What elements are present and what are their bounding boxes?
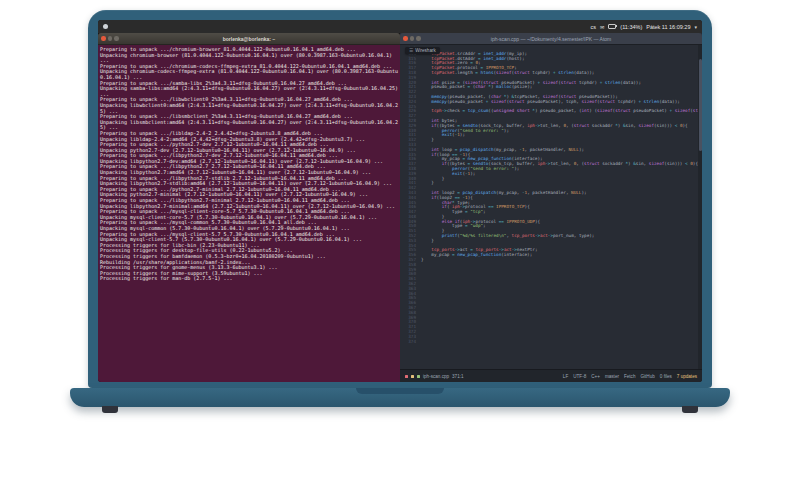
editor-area: ☰ Wireshark 3133143153163173183193203213…	[400, 45, 702, 369]
terminal-output[interactable]: Preparing to unpack .../chromium-browser…	[98, 45, 400, 382]
atom-window-controls	[403, 36, 421, 41]
code-line: tcph->check = tcp_csum((unsigned short *…	[421, 109, 698, 114]
laptop-notch	[356, 388, 444, 394]
atom-titlebar[interactable]: iph-scan.cpp — ~/Dokumenty/4.semester/IP…	[400, 33, 702, 45]
atom-statusbar: iph-scan.cpp 371:1 LFUTF-8C++masterFetch…	[400, 369, 702, 382]
code-line	[421, 340, 698, 345]
messages-icon[interactable]: ✉	[600, 24, 604, 30]
battery-percentage[interactable]: (11:34%)	[620, 24, 642, 30]
statusbar-item[interactable]: C++	[591, 374, 600, 379]
ok-indicator-icon[interactable]	[417, 375, 420, 378]
laptop-foot-left	[102, 406, 118, 413]
code-line: memcpy(pseudo_packet + sizeof(struct pse…	[421, 100, 698, 105]
maximize-button[interactable]	[114, 36, 119, 41]
editor-gutter: 3133143153163173183193203213223233243253…	[400, 45, 419, 369]
laptop-mockup: cs ✉ (11:34%) Pátek 11 16:09:29 ▾ borlen…	[0, 0, 800, 477]
minimize-button[interactable]	[410, 36, 415, 41]
statusbar-item[interactable]: UTF-8	[573, 374, 586, 379]
desktop-screen: cs ✉ (11:34%) Pátek 11 16:09:29 ▾ borlen…	[98, 20, 702, 382]
terminal-line: Processing triggers for man-db (2.7.5-1)…	[100, 276, 398, 282]
statusbar-item[interactable]: 7 updates	[677, 374, 697, 379]
statusbar-item[interactable]: Fetch	[624, 374, 636, 379]
keyboard-layout-indicator[interactable]: cs	[591, 24, 597, 30]
session-menu-icon[interactable]: ▾	[694, 24, 697, 30]
wireshark-chip-label: Wireshark	[415, 48, 436, 53]
terminal-titlebar[interactable]: borlenka@borlenka: ~	[98, 33, 400, 45]
warning-indicator-icon[interactable]	[411, 375, 414, 378]
maximize-button[interactable]	[416, 36, 421, 41]
scrollbar-thumb[interactable]	[699, 59, 702, 151]
laptop-screen-bezel: cs ✉ (11:34%) Pátek 11 16:09:29 ▾ borlen…	[88, 10, 712, 388]
indicator-area: cs ✉ (11:34%) Pátek 11 16:09:29 ▾	[591, 24, 697, 30]
terminal-window: borlenka@borlenka: ~ Preparing to unpack…	[98, 33, 400, 382]
statusbar-item[interactable]: 0 files	[660, 374, 672, 379]
clock-indicator[interactable]: Pátek 11 16:09:29	[646, 24, 690, 30]
tiled-windows: borlenka@borlenka: ~ Preparing to unpack…	[98, 33, 702, 382]
statusbar-right: LFUTF-8C++masterFetchGitHub0 files7 upda…	[563, 374, 697, 379]
atom-window: iph-scan.cpp — ~/Dokumenty/4.semester/IP…	[400, 33, 702, 382]
terminal-title: borlenka@borlenka: ~	[98, 36, 400, 42]
battery-icon[interactable]	[608, 24, 616, 30]
editor-scrollbar	[698, 45, 702, 369]
minimize-button[interactable]	[108, 36, 113, 41]
cursor-position[interactable]: 371:1	[452, 374, 464, 379]
close-button[interactable]	[101, 36, 106, 41]
app-menu-icon[interactable]	[103, 24, 108, 29]
terminal-window-controls	[101, 36, 119, 41]
editor-code[interactable]: tcpPacket.srcAddr = inet_addr(my_ip); tc…	[419, 45, 698, 369]
terminal-line: Unpacking chromium-codecs-ffmpeg-extra (…	[100, 69, 398, 80]
line-number: 374	[400, 340, 416, 345]
statusbar-item[interactable]: LF	[563, 374, 568, 379]
statusbar-item[interactable]: GitHub	[640, 374, 654, 379]
statusbar-filename[interactable]: iph-scan.cpp	[423, 374, 449, 379]
laptop-foot-right	[682, 406, 698, 413]
atom-window-title: iph-scan.cpp — ~/Dokumenty/4.semester/IP…	[400, 36, 702, 42]
wireshark-chip[interactable]: ☰ Wireshark	[405, 47, 440, 54]
error-indicator-icon[interactable]	[405, 375, 408, 378]
desktop-top-panel: cs ✉ (11:34%) Pátek 11 16:09:29 ▾	[98, 20, 702, 33]
laptop-base	[70, 388, 730, 407]
hamburger-icon: ☰	[409, 48, 413, 53]
close-button[interactable]	[403, 36, 408, 41]
statusbar-item[interactable]: master	[605, 374, 619, 379]
